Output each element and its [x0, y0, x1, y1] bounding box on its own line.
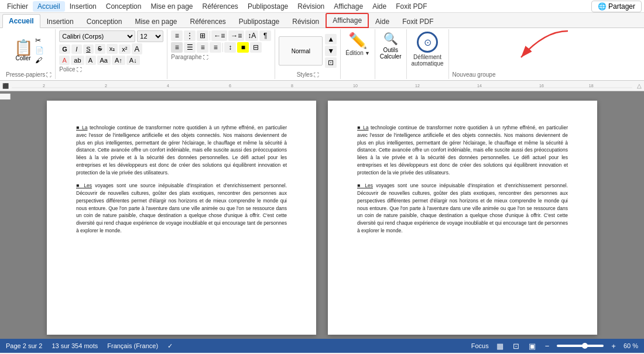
page-1-content: ■ La technologie continue de transformer… [76, 124, 287, 235]
edition-icon-large[interactable]: ✏️ [348, 32, 367, 50]
highlight-button[interactable]: ab [71, 56, 84, 65]
page-1: ■ La technologie continue de transformer… [47, 101, 316, 335]
paragraphe-expand-icon[interactable]: ⛶ [203, 54, 208, 60]
group-outils-calculer: 🔍 OutilsCalculer [375, 29, 407, 79]
tab-insertion[interactable]: Insertion [40, 15, 80, 28]
text-effect-button[interactable]: A [132, 43, 143, 54]
coller-button[interactable]: 📋 Coller [14, 40, 33, 61]
styles-expand[interactable]: ⊡ [325, 57, 337, 68]
font-row2: G I S S̶ x₂ x² A [59, 43, 163, 54]
menu-aide[interactable]: Aide [368, 1, 391, 12]
police-expand-icon[interactable]: ⛶ [77, 67, 82, 73]
format-painter-button[interactable]: 🖌 [35, 56, 44, 64]
styles-text: Normal [292, 48, 310, 54]
tab-references[interactable]: Références [183, 15, 232, 28]
align-left-button[interactable]: ≡ [171, 42, 183, 53]
ruler-ticks: 2 2 4 6 8 10 12 14 16 18 [12, 81, 632, 91]
menu-publipostage[interactable]: Publipostage [243, 1, 293, 12]
menu-accueil[interactable]: Accueil [33, 1, 65, 12]
presse-papiers-expand-icon[interactable]: ⛶ [46, 72, 52, 78]
decrease-font-button[interactable]: A↓ [126, 56, 140, 65]
align-center-button[interactable]: ☰ [184, 42, 196, 53]
menu-bar: Fichier Accueil Insertion Conception Mis… [0, 0, 644, 13]
app-container: Fichier Accueil Insertion Conception Mis… [0, 0, 644, 353]
menu-references[interactable]: Références [198, 1, 243, 12]
styles-content: Normal ▲ ▼ ⊡ [279, 30, 337, 71]
para-sep1 [210, 31, 210, 40]
svg-text:2: 2 [105, 84, 107, 88]
subscript-button[interactable]: x₂ [107, 44, 118, 54]
zoom-increase-button[interactable]: + [609, 341, 618, 351]
menu-fichier[interactable]: Fichier [2, 1, 33, 12]
document-area[interactable]: ■ La technologie continue de transformer… [0, 91, 644, 339]
sort-button[interactable]: ↕A [245, 30, 258, 41]
share-button[interactable]: 🌐 Partager [591, 1, 642, 12]
decrease-indent-button[interactable]: ←≡ [211, 30, 227, 41]
zoom-decrease-button[interactable]: − [543, 341, 551, 351]
bold-button[interactable]: G [59, 44, 70, 54]
strikethrough-button[interactable]: S̶ [95, 44, 105, 54]
underline-button[interactable]: S [83, 44, 94, 54]
align-right-button[interactable]: ≡ [197, 42, 208, 53]
menu-revision[interactable]: Révision [293, 1, 329, 12]
font-color-button[interactable]: A [59, 56, 70, 65]
defilement-label: Défilementautomatique [412, 54, 444, 67]
italic-button[interactable]: I [71, 44, 82, 54]
zoom-slider[interactable] [557, 345, 604, 347]
defilement-icon[interactable]: ⊙ [417, 32, 438, 53]
shading-button[interactable]: ■ [237, 42, 249, 53]
menu-mise-en-page[interactable]: Mise en page [146, 1, 197, 12]
clipboard-sub-buttons: ✂ 📄 🖌 [35, 36, 44, 64]
ruler-right-icon: △ [637, 83, 642, 89]
styles-scroll-down[interactable]: ▼ [325, 46, 337, 56]
menu-insertion[interactable]: Insertion [65, 1, 101, 12]
change-case-button[interactable]: Aa [97, 56, 111, 65]
increase-indent-button[interactable]: →≡ [228, 30, 244, 41]
list-bullets-button[interactable]: ≡ [171, 30, 183, 41]
edition-expand-icon[interactable]: ▼ [365, 50, 370, 56]
menu-affichage[interactable]: Affichage [329, 1, 368, 12]
menu-foxit[interactable]: Foxit PDF [391, 1, 431, 12]
borders-button[interactable]: ⊟ [250, 42, 262, 53]
list-multilevel-button[interactable]: ⊞ [197, 30, 208, 41]
show-marks-button[interactable]: ¶ [259, 30, 271, 41]
para2-first-word: ■ Les [76, 183, 92, 188]
list-numbers-button[interactable]: ⋮ [184, 30, 196, 41]
tab-revision[interactable]: Révision [286, 15, 326, 28]
correction-icon: ✓ [167, 342, 173, 350]
outils-search-icon[interactable]: 🔍 [383, 32, 398, 46]
font-size-select[interactable]: 12 [137, 30, 163, 42]
police-label: Police ⛶ [59, 66, 163, 73]
tab-foxit[interactable]: Foxit PDF [396, 15, 440, 28]
view-mode-icon-1[interactable]: ▦ [495, 341, 505, 351]
copy-button[interactable]: 📄 [35, 46, 44, 54]
tab-affichage[interactable]: Affichage [326, 13, 369, 28]
coller-icon: 📋 [14, 40, 33, 55]
page-1-para-2: ■ Les voyages sont une source inépuisabl… [76, 182, 287, 234]
edition-label: Édition ▼ [345, 50, 370, 56]
font-family-select[interactable]: Calibri (Corps) [59, 30, 135, 42]
tab-accueil[interactable]: Accueil [2, 14, 40, 28]
styles-expand-icon[interactable]: ⛶ [314, 72, 319, 78]
cut-button[interactable]: ✂ [35, 36, 44, 44]
increase-font-button[interactable]: A↑ [112, 56, 125, 65]
styles-scroll-up[interactable]: ▲ [325, 34, 337, 44]
view-mode-icon-3[interactable]: ▣ [527, 341, 537, 351]
svg-text:6: 6 [229, 84, 231, 88]
justify-button[interactable]: ≡ [210, 42, 221, 53]
tab-publipostage[interactable]: Publipostage [232, 15, 286, 28]
view-mode-icon-2[interactable]: ⊡ [511, 341, 521, 351]
group-police: Calibri (Corps) 12 G I S S̶ x₂ x² A A ab… [56, 29, 167, 79]
ribbon: 📋 Coller ✂ 📄 🖌 Presse-papiers ⛶ Calibri … [0, 28, 644, 81]
superscript-button[interactable]: x² [119, 44, 130, 54]
tab-mise-en-page[interactable]: Mise en page [128, 15, 183, 28]
ruler: ⬛ 2 2 4 6 8 10 12 14 16 18 △ [0, 81, 644, 91]
line-spacing-button[interactable]: ↕ [224, 42, 236, 53]
focus-label[interactable]: Focus [471, 342, 489, 349]
font-color2-button[interactable]: A [85, 56, 96, 65]
vertical-ruler [0, 94, 11, 99]
styles-preview[interactable]: Normal [279, 36, 323, 66]
menu-conception[interactable]: Conception [101, 1, 146, 12]
tab-aide[interactable]: Aide [369, 15, 396, 28]
tab-conception[interactable]: Conception [80, 15, 129, 28]
